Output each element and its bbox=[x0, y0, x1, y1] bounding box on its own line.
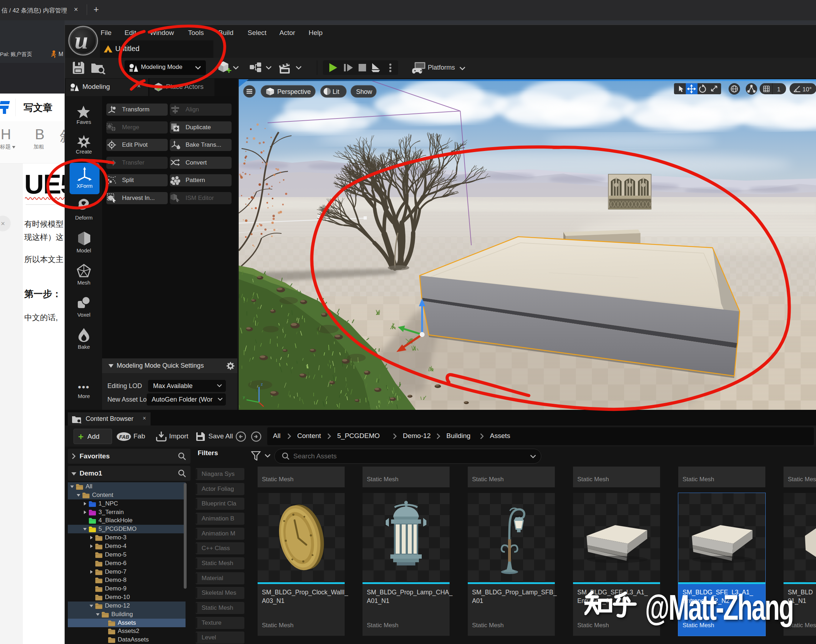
svg-text:Perspective: Perspective bbox=[277, 88, 311, 95]
svg-text:10°: 10° bbox=[802, 86, 812, 93]
svg-text:y: y bbox=[243, 395, 245, 399]
svg-text:FAB: FAB bbox=[119, 434, 129, 440]
svg-text:+: + bbox=[157, 85, 161, 92]
svg-text:+: + bbox=[226, 65, 231, 75]
svg-text:z: z bbox=[261, 382, 263, 386]
svg-text:1: 1 bbox=[777, 86, 780, 93]
svg-text:Lit: Lit bbox=[332, 88, 339, 95]
svg-text:Show: Show bbox=[356, 88, 372, 95]
svg-text:u: u bbox=[75, 27, 88, 54]
